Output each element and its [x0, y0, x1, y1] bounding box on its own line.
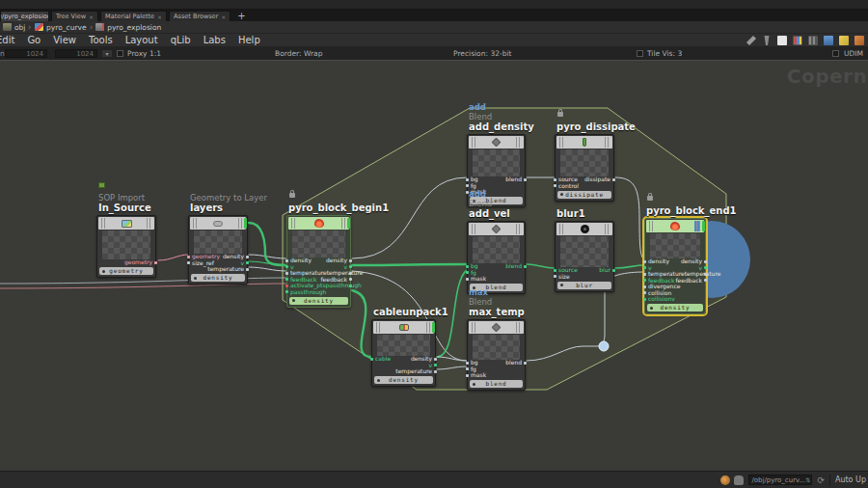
new-tab-button[interactable]: +: [237, 11, 245, 21]
node-path-combo[interactable]: /obj/pyro_curv... ⇅: [748, 474, 812, 485]
output-port-density[interactable]: [246, 256, 249, 258]
node-in_source[interactable]: SOP Import In_Source geometry geometry: [96, 215, 156, 278]
network-dot[interactable]: [599, 341, 609, 351]
node-header[interactable]: [373, 321, 434, 334]
input-port-passthrough[interactable]: [285, 290, 288, 293]
output-port-v[interactable]: [704, 266, 707, 269]
active-flag[interactable]: [244, 218, 247, 229]
node-cableunpack1[interactable]: cableunpack1 cabledensityvtemperature de…: [371, 319, 436, 387]
menu-labs[interactable]: Labs: [203, 35, 226, 45]
node-header[interactable]: [469, 136, 524, 149]
input-port-bg[interactable]: [466, 265, 469, 268]
wire-layers.v-to-pyro_block_begin1.v[interactable]: [249, 223, 286, 265]
wire-In_Source.geometry-to-layers.geometry[interactable]: [158, 255, 188, 260]
node-add_density[interactable]: add Blend add_density bgblendfgmask blen…: [467, 134, 526, 207]
node-header[interactable]: [288, 217, 349, 230]
tab-tree-view[interactable]: Tree View ×: [51, 11, 98, 21]
node-header[interactable]: [98, 217, 154, 230]
proxy-checkbox[interactable]: [117, 50, 123, 57]
input-port-density[interactable]: [285, 259, 288, 262]
tab-asset-browser[interactable]: Asset Browser ×: [169, 11, 231, 21]
menu-help[interactable]: Help: [238, 35, 260, 45]
output-port-density[interactable]: [704, 260, 707, 263]
resolution-dropdown[interactable]: ▾: [101, 49, 113, 58]
input-port-source[interactable]: [554, 269, 556, 272]
input-port-collisionv[interactable]: [643, 298, 646, 301]
node-header[interactable]: [469, 223, 524, 235]
breadcrumb-obj[interactable]: obj: [14, 23, 25, 32]
input-port-bg[interactable]: [466, 178, 469, 181]
node-header[interactable]: [646, 220, 704, 232]
output-port-temperature[interactable]: [434, 370, 437, 373]
node-header[interactable]: [190, 217, 246, 230]
tab-material-palette[interactable]: Material Palette ×: [100, 11, 167, 21]
output-port-feedback[interactable]: [349, 278, 352, 281]
active-flag[interactable]: [347, 218, 350, 229]
node-add_vel[interactable]: add Blend add_vel bgblendfgmask blend: [467, 221, 526, 294]
input-port-feedback[interactable]: [643, 279, 646, 282]
refresh-icon[interactable]: ⟳: [817, 475, 825, 485]
note-orange-icon[interactable]: [854, 36, 864, 45]
output-port-blend[interactable]: [524, 362, 527, 365]
output-port-temperature[interactable]: [349, 272, 352, 275]
auto-update-button[interactable]: Auto Up: [835, 475, 866, 484]
node-max_temp[interactable]: max Blend max_temp bgblendfgmask blend: [467, 319, 526, 391]
input-port-cable[interactable]: [370, 358, 373, 361]
pin-icon[interactable]: [762, 36, 772, 45]
output-port-density[interactable]: [434, 358, 437, 361]
output-port-passthrough[interactable]: [349, 285, 352, 287]
menu-view[interactable]: View: [53, 35, 76, 45]
input-port-density[interactable]: [643, 260, 646, 263]
node-header[interactable]: [469, 321, 524, 334]
menu-layout[interactable]: Layout: [125, 35, 158, 45]
node-pyro_block_end1[interactable]: pyro_block_end1 densitydensityvvtemperat…: [644, 218, 706, 314]
input-port-mask[interactable]: [466, 278, 469, 281]
output-port-geometry[interactable]: [154, 261, 157, 264]
output-port-blend[interactable]: [524, 265, 527, 268]
doc-blue-icon[interactable]: [824, 36, 833, 45]
active-flag[interactable]: [432, 322, 435, 333]
input-port-geometry[interactable]: [187, 256, 190, 258]
wrench-icon[interactable]: [746, 36, 756, 45]
display-icon[interactable]: [777, 36, 787, 45]
input-port-collision[interactable]: [643, 291, 646, 294]
output-port-temperature[interactable]: [704, 273, 707, 276]
resolution-y-field[interactable]: 1024: [55, 49, 97, 58]
input-port-temperature[interactable]: [285, 272, 288, 275]
updown-icon[interactable]: ⇅: [805, 475, 810, 484]
grid-gray-icon[interactable]: [808, 36, 818, 45]
input-port-feedback[interactable]: [285, 278, 288, 281]
menu-edit[interactable]: Edit: [0, 35, 14, 45]
active-flag[interactable]: [702, 221, 705, 231]
resolution-x-field[interactable]: 1024: [5, 49, 47, 58]
input-port-fg[interactable]: [466, 271, 469, 274]
tab-pyro-explosion[interactable]: pyro_curve/pyro_explosion ×: [0, 11, 49, 21]
input-port-fg[interactable]: [466, 184, 469, 187]
input-port-temperature[interactable]: [643, 273, 646, 276]
breadcrumb-pyro-curve[interactable]: pyro_curve: [46, 23, 86, 32]
output-port-v[interactable]: [434, 364, 437, 366]
input-port-size[interactable]: [554, 275, 556, 278]
menu-qlib[interactable]: qLib: [171, 35, 191, 45]
breadcrumb-pyro-explosion[interactable]: pyro_explosion: [107, 23, 161, 32]
note-yellow-icon[interactable]: [839, 36, 849, 45]
input-port-bg[interactable]: [466, 362, 469, 365]
close-icon[interactable]: ×: [89, 14, 94, 20]
close-icon[interactable]: ×: [221, 14, 226, 20]
tile-vis-checkbox[interactable]: [637, 50, 643, 57]
input-port-size_ref[interactable]: [187, 261, 190, 264]
network-editor[interactable]: Copernicus SOP Import In_Source geometry…: [0, 60, 868, 471]
output-port-dissipate[interactable]: [612, 178, 615, 181]
output-port-blur[interactable]: [612, 269, 615, 272]
output-port-feedback[interactable]: [704, 279, 707, 282]
input-port-mask[interactable]: [466, 374, 469, 377]
node-header[interactable]: [556, 223, 612, 235]
output-port-temperature[interactable]: [246, 268, 249, 271]
input-port-v[interactable]: [285, 265, 288, 268]
input-port-divergence[interactable]: [643, 285, 646, 288]
output-port-v[interactable]: [246, 261, 249, 264]
node-header[interactable]: [556, 136, 612, 149]
wire-pyro_block_begin1.v-to-add_vel.bg[interactable]: [352, 264, 467, 265]
wire-layers.density-to-pyro_block_begin1.density[interactable]: [249, 255, 286, 258]
output-port-v[interactable]: [349, 265, 352, 268]
